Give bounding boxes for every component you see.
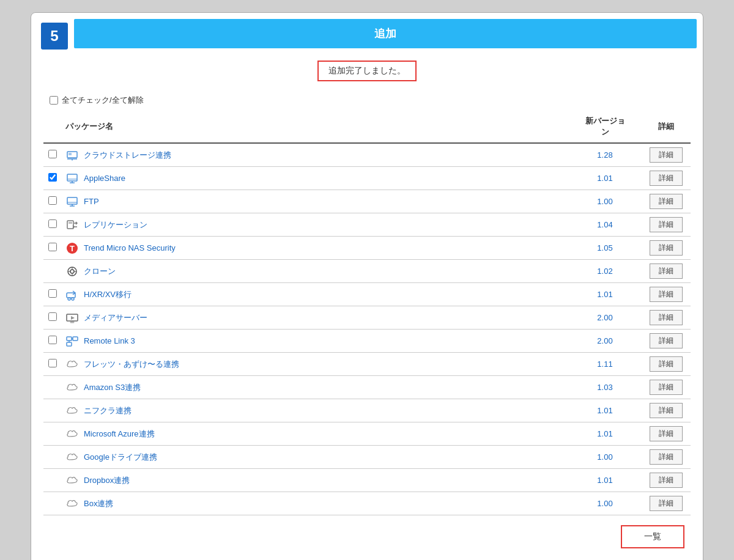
package-name: クラウドストレージ連携 [84,150,171,161]
col-check [43,111,62,143]
checkbox-row-7[interactable] [48,289,57,298]
row-checkbox-cell [43,422,62,446]
row-name-cell: Googleドライブ連携 [62,446,568,469]
row-name-cell: H/XR/XV移行 [62,283,568,306]
row-checkbox-cell [43,213,62,237]
step-badge: 5 [41,23,68,50]
detail-button-1[interactable]: 詳細 [650,147,683,163]
package-name: Microsoft Azure連携 [84,429,155,440]
svg-rect-1 [69,153,72,155]
package-version: 1.03 [568,376,642,399]
table-row: Remote Link 32.00詳細 [43,330,691,353]
package-name: クローン [84,266,116,277]
package-name: Googleドライブ連携 [84,452,157,463]
row-detail-cell: 詳細 [642,283,691,306]
cloud-icon [65,497,79,510]
table-row: メディアサーバー2.00詳細 [43,306,691,330]
main-container: 5 追加 追加完了しました。 全てチェック/全て解除 パッケージ名 新バージョ … [31,12,703,560]
checkbox-row-9[interactable] [48,336,57,344]
checkbox-row-5[interactable] [48,243,57,251]
row-detail-cell: 詳細 [642,306,691,330]
detail-button-7[interactable]: 詳細 [650,287,683,302]
package-version: 1.28 [568,143,642,167]
detail-button-15[interactable]: 詳細 [650,473,683,488]
package-name: メディアサーバー [84,312,147,323]
detail-button-10[interactable]: 詳細 [650,356,683,372]
svg-point-19 [70,270,74,273]
table-row: AppleShare1.01詳細 [43,167,691,190]
package-version: 1.01 [568,283,642,306]
row-checkbox-cell [43,446,62,469]
package-version: 1.00 [568,446,642,469]
package-name: Trend Micro NAS Security [84,243,176,252]
row-detail-cell: 詳細 [642,422,691,446]
detail-button-6[interactable]: 詳細 [650,263,683,279]
row-detail-cell: 詳細 [642,260,691,283]
row-detail-cell: 詳細 [642,190,691,213]
checkbox-row-3[interactable] [48,196,57,205]
detail-button-16[interactable]: 詳細 [650,496,683,511]
detail-button-3[interactable]: 詳細 [650,194,683,209]
cloud-storage-icon [65,149,79,162]
detail-button-5[interactable]: 詳細 [650,240,683,256]
package-name: Dropbox連携 [84,475,130,486]
table-row: Googleドライブ連携1.00詳細 [43,446,691,469]
table-row: Dropbox連携1.01詳細 [43,469,691,492]
package-version: 1.01 [568,399,642,422]
select-all-checkbox[interactable] [50,96,58,105]
package-version: 1.00 [568,190,642,213]
detail-button-8[interactable]: 詳細 [650,310,683,325]
header-title: 追加 [74,19,697,48]
row-checkbox-cell [43,283,62,306]
row-name-cell: Amazon S3連携 [62,376,568,399]
svg-point-26 [72,298,74,300]
row-name-cell: Box連携 [62,492,568,515]
detail-button-4[interactable]: 詳細 [650,217,683,232]
detail-button-9[interactable]: 詳細 [650,333,683,348]
svg-text:T: T [70,244,75,253]
svg-rect-30 [67,337,72,341]
package-name: レプリケーション [84,219,147,230]
row-checkbox-cell [43,376,62,399]
row-detail-cell: 詳細 [642,446,691,469]
package-version: 2.00 [568,330,642,353]
network-icon [65,195,79,208]
checkbox-row-1[interactable] [48,150,57,158]
detail-button-13[interactable]: 詳細 [650,426,683,441]
row-checkbox-cell [43,469,62,492]
checkbox-row-8[interactable] [48,312,57,321]
row-detail-cell: 詳細 [642,237,691,260]
table-row: H/XR/XV移行1.01詳細 [43,283,691,306]
list-button[interactable]: 一覧 [621,525,684,548]
row-checkbox-cell [43,167,62,190]
svg-rect-31 [73,337,78,341]
detail-button-11[interactable]: 詳細 [650,380,683,395]
cloud-icon [65,381,79,394]
table-row: FTP1.00詳細 [43,190,691,213]
table-row: Microsoft Azure連携1.01詳細 [43,422,691,446]
row-checkbox-cell [43,143,62,167]
package-version: 1.01 [568,422,642,446]
checkbox-row-4[interactable] [48,219,57,228]
detail-button-12[interactable]: 詳細 [650,403,683,418]
select-all-label: 全てチェック/全て解除 [62,95,144,106]
svg-rect-33 [67,342,72,346]
table-header-row: パッケージ名 新バージョ ン 詳細 [43,111,691,143]
checkbox-row-2[interactable] [48,173,57,182]
col-detail-header: 詳細 [642,111,691,143]
replication-icon [65,218,79,232]
detail-button-2[interactable]: 詳細 [650,171,683,186]
row-name-cell: ニフクラ連携 [62,399,568,422]
row-checkbox-cell [43,260,62,283]
checkbox-row-10[interactable] [48,359,57,367]
table-row: Amazon S3連携1.03詳細 [43,376,691,399]
cloud-icon [65,451,79,464]
detail-button-14[interactable]: 詳細 [650,449,683,465]
row-detail-cell: 詳細 [642,353,691,376]
row-checkbox-cell [43,330,62,353]
svg-point-25 [68,298,70,300]
media-icon [65,311,79,325]
network-icon [65,172,79,185]
package-version: 2.00 [568,306,642,330]
cloud-icon [65,474,79,487]
